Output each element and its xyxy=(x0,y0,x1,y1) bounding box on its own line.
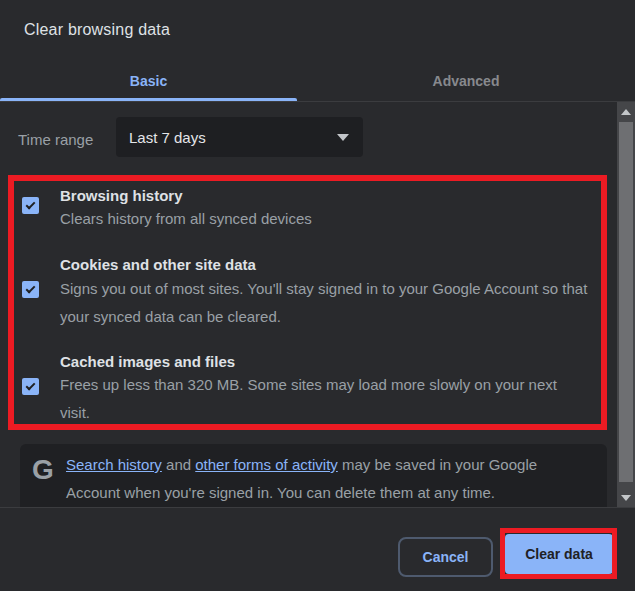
option-desc-cookies: Signs you out of most sites. You'll stay… xyxy=(60,275,600,331)
tabstrip: Basic Advanced xyxy=(0,60,635,102)
chevron-down-icon xyxy=(337,134,349,141)
checkbox-browsing-history[interactable] xyxy=(22,197,39,214)
checkbox-cached-images[interactable] xyxy=(22,378,39,395)
option-desc-cached-images: Frees up less than 320 MB. Some sites ma… xyxy=(60,371,565,427)
check-icon xyxy=(26,199,36,209)
option-title-cookies[interactable]: Cookies and other site data xyxy=(60,255,256,275)
note-and-text: and xyxy=(162,456,195,473)
active-tab-underline xyxy=(0,98,297,101)
cancel-button[interactable]: Cancel xyxy=(398,537,493,577)
other-forms-of-activity-link[interactable]: other forms of activity xyxy=(195,456,338,473)
option-desc-browsing-history: Clears history from all synced devices xyxy=(60,205,600,233)
scrollbar[interactable] xyxy=(617,102,635,508)
clear-data-button[interactable]: Clear data xyxy=(505,534,613,574)
clear-browsing-data-dialog: Clear browsing data Basic Advanced Time … xyxy=(0,0,635,591)
search-history-link[interactable]: Search history xyxy=(66,456,162,473)
google-sync-note-text: Search history and other forms of activi… xyxy=(66,451,588,507)
scroll-down-button[interactable] xyxy=(617,490,635,506)
bottom-separator xyxy=(0,507,635,508)
scroll-up-button[interactable] xyxy=(617,104,635,120)
dialog-title: Clear browsing data xyxy=(24,21,170,39)
scrollbar-thumb[interactable] xyxy=(619,122,633,482)
time-range-value: Last 7 days xyxy=(129,129,337,146)
tab-basic[interactable]: Basic xyxy=(0,60,297,101)
check-icon xyxy=(26,283,36,293)
google-sync-note: G Search history and other forms of acti… xyxy=(20,444,607,507)
option-title-browsing-history[interactable]: Browsing history xyxy=(60,186,183,206)
tab-advanced[interactable]: Advanced xyxy=(297,60,635,101)
time-range-label: Time range xyxy=(18,131,93,148)
arrow-up-icon xyxy=(621,109,631,115)
google-logo-icon: G xyxy=(32,454,54,486)
tabstrip-border xyxy=(0,101,635,102)
arrow-down-icon xyxy=(621,495,631,501)
checkbox-cookies[interactable] xyxy=(22,281,39,298)
option-title-cached-images[interactable]: Cached images and files xyxy=(60,352,235,372)
time-range-select[interactable]: Last 7 days xyxy=(116,117,363,157)
check-icon xyxy=(26,380,36,390)
